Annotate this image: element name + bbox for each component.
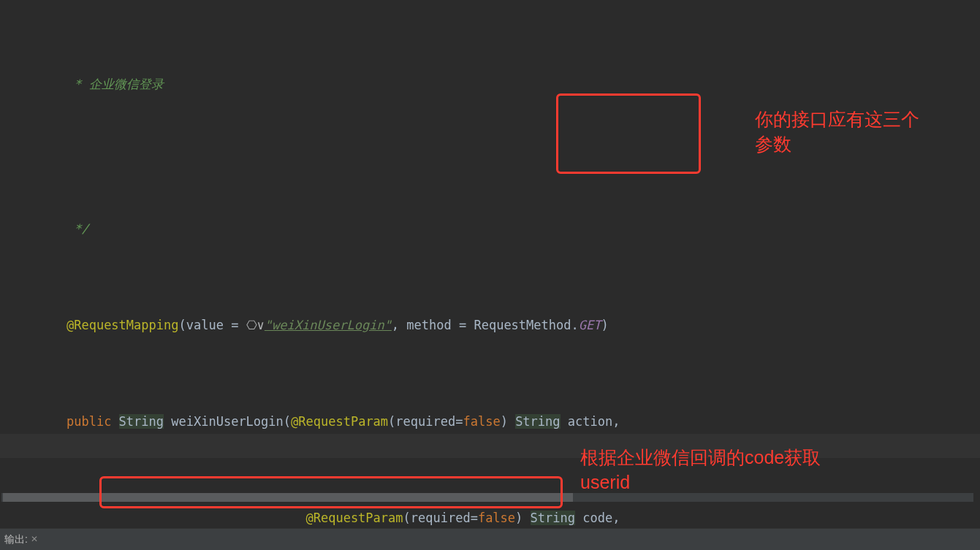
code-line[interactable]: public String weiXinUserLogin(@RequestPa… — [0, 410, 980, 434]
annotation-box-params — [556, 93, 701, 174]
annotation-text-userid: 根据企业微信回调的code获取 userid — [580, 445, 821, 494]
code-line[interactable]: @RequestMapping(value = ⎔∨"weiXinUserLog… — [0, 313, 980, 337]
mapping-url[interactable]: "weiXinUserLogin" — [265, 318, 392, 332]
annotation-requestmapping: @RequestMapping — [67, 318, 179, 332]
code-editor[interactable]: * 企业微信登录 */ @RequestMapping(value = ⎔∨"w… — [0, 0, 980, 526]
output-tab-label: 输出: — [4, 527, 28, 550]
annotation-box-userid — [99, 476, 563, 508]
annotation-text-params: 你的接口应有这三个 参数 — [755, 107, 919, 156]
web-icon[interactable]: ⎔∨ — [246, 318, 265, 332]
code-line[interactable]: */ — [0, 217, 980, 241]
output-tab[interactable]: 输出: ✕ — [3, 532, 41, 548]
tool-window-bar[interactable]: 输出: ✕ — [0, 528, 980, 550]
code-line[interactable]: * 企业微信登录 — [0, 72, 980, 96]
close-icon[interactable]: ✕ — [29, 527, 39, 550]
code-line[interactable]: @RequestParam(required=false) String cod… — [0, 506, 980, 526]
code-area[interactable]: * 企业微信登录 */ @RequestMapping(value = ⎔∨"w… — [0, 0, 980, 526]
